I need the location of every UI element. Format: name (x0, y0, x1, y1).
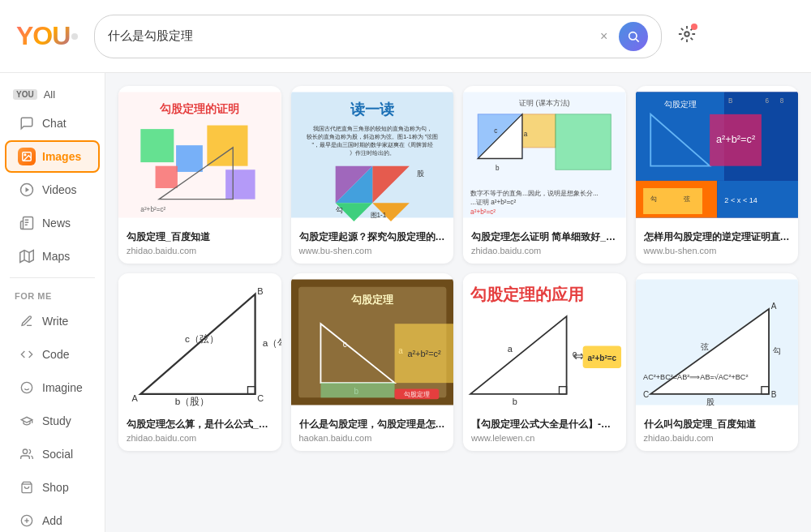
clear-icon[interactable]: × (595, 28, 612, 45)
sidebar-item-all[interactable]: YOU All (0, 83, 105, 106)
svg-rect-89 (320, 383, 394, 397)
you-badge: YOU (13, 89, 37, 100)
card-info-1: 勾股定理_百度知道 zhidao.baidu.com (118, 224, 281, 264)
svg-text:B: B (770, 390, 776, 399)
videos-label: Videos (42, 183, 77, 196)
svg-text:B: B (727, 97, 732, 105)
svg-point-4 (24, 154, 26, 156)
card-title-4: 怎样用勾股定理的逆定理证明直角三角形-证明勾股定理的逆定理 (644, 230, 791, 244)
all-label: All (44, 88, 55, 101)
svg-point-2 (685, 32, 690, 36)
svg-text:...证明 a²+b²=c²: ...证明 a²+b²=c² (470, 199, 516, 206)
image-grid: 勾股定理的证明 a²+b²=c² 勾股定理_百度知道 zhidao.b (118, 86, 798, 451)
svg-text:读一读: 读一读 (350, 101, 394, 118)
svg-text:勾股定理: 勾股定理 (403, 391, 429, 398)
svg-text:b（股）: b（股） (175, 396, 210, 407)
card-image-3: 证明 (课本方法) b a c 数字不等于的直角...因此，说明是想象长分...… (463, 86, 626, 224)
card-info-4: 怎样用勾股定理的逆定理证明直角三角形-证明勾股定理的逆定理 www.bu-she… (636, 224, 799, 264)
card-domain-2: www.bu-shen.com (299, 246, 446, 255)
shop-label: Shop (42, 481, 69, 494)
svg-text:a（勾）: a（勾） (263, 337, 281, 348)
svg-text:a²+b²=c: a²+b²=c (588, 354, 617, 363)
imagine-label: Imagine (42, 381, 83, 394)
news-label: News (42, 217, 71, 230)
sidebar-item-chat[interactable]: Chat (5, 107, 100, 139)
result-card-6[interactable]: 勾股定理 b a c a²+b²=c² 勾股定理 (291, 273, 454, 451)
result-card-2[interactable]: 读一读 我国古代把直角三角形的较短的直角边称为勾， 较长的直角边称为股，斜边称为… (291, 86, 454, 264)
sidebar-item-videos[interactable]: Videos (5, 174, 100, 206)
sidebar-item-write[interactable]: Write (5, 305, 100, 337)
result-card-7[interactable]: 勾股定理的应用 b c a ⇔ a²+b²=c (463, 273, 626, 451)
svg-text:2 < x < 14: 2 < x < 14 (724, 196, 757, 204)
header: YOU × (0, 0, 811, 73)
sidebar-item-news[interactable]: News (5, 207, 100, 239)
sidebar-item-social[interactable]: Social (5, 438, 100, 470)
search-bar: × (94, 15, 662, 58)
sidebar-item-maps[interactable]: Maps (5, 240, 100, 272)
svg-text:AC²+BC²=AB²⟹AB=√AC²+BC²: AC²+BC²=AB²⟹AB=√AC²+BC² (643, 372, 748, 380)
svg-text:C: C (257, 393, 264, 403)
card-domain-6: haokan.baidu.com (299, 433, 446, 443)
sidebar: YOU All Chat Images (0, 73, 105, 532)
social-icon (18, 445, 36, 463)
svg-text:》作注时给出的。: 》作注时给出的。 (350, 149, 395, 157)
svg-text:"，最早是由三国时期的数学家赵爽在《周髀算经: "，最早是由三国时期的数学家赵爽在《周髀算经 (311, 141, 433, 148)
card-domain-3: zhidao.baidu.com (471, 246, 618, 255)
svg-text:a: a (508, 344, 513, 354)
images-label: Images (42, 150, 81, 163)
svg-point-16 (23, 449, 27, 453)
svg-text:⇔: ⇔ (573, 348, 585, 364)
card-info-6: 什么是勾股定理，勾股定理是怎么算出来的，你会了吗_好看视频 haokan.bai… (291, 411, 454, 451)
svg-text:a²+b²=c²: a²+b²=c² (407, 349, 441, 358)
svg-text:勾股定理的证明: 勾股定理的证明 (159, 102, 239, 115)
svg-marker-6 (26, 187, 30, 192)
card-info-8: 什么叫勾股定理_百度知道 zhidao.baidu.com (636, 411, 799, 451)
sidebar-item-shop[interactable]: Shop (5, 471, 100, 504)
svg-text:b: b (513, 397, 517, 406)
result-card-5[interactable]: b（股） a（勾） c（弦） A C B 勾股定理怎么算，是什么公式_百度知道 … (118, 273, 281, 451)
card-domain-7: www.lelewen.cn (471, 433, 618, 443)
svg-text:勾: 勾 (335, 206, 342, 214)
card-title-8: 什么叫勾股定理_百度知道 (644, 418, 791, 431)
card-domain-4: www.bu-shen.com (644, 246, 791, 255)
sidebar-item-images[interactable]: Images (5, 140, 100, 173)
svg-text:b: b (496, 165, 500, 172)
card-title-6: 什么是勾股定理，勾股定理是怎么算出来的，你会了吗_好看视频 (299, 418, 446, 431)
for-me-label: For Me (0, 283, 105, 304)
search-button[interactable] (619, 22, 648, 51)
svg-point-0 (629, 32, 637, 39)
svg-text:证明 (课本方法): 证明 (课本方法) (519, 99, 570, 107)
result-card-3[interactable]: 证明 (课本方法) b a c 数字不等于的直角...因此，说明是想象长分...… (463, 86, 626, 264)
filter-button[interactable] (675, 22, 699, 50)
sidebar-item-add[interactable]: Add (5, 504, 100, 532)
imagine-icon (18, 379, 36, 397)
sidebar-item-code[interactable]: Code (5, 338, 100, 371)
svg-marker-10 (20, 251, 34, 263)
svg-text:数字不等于的直角...因此，说明是想象长分...: 数字不等于的直角...因此，说明是想象长分... (470, 190, 599, 197)
svg-text:勾股定理: 勾股定理 (350, 293, 394, 305)
maps-icon (18, 247, 36, 265)
svg-text:较长的直角边称为股，斜边称为弦。图1-1称为 "弦图: 较长的直角边称为股，斜边称为弦。图1-1称为 "弦图 (307, 133, 438, 140)
chat-label: Chat (42, 117, 67, 130)
svg-text:c: c (494, 127, 497, 135)
add-icon (18, 512, 36, 530)
study-icon (18, 412, 36, 430)
card-image-5: b（股） a（勾） c（弦） A C B (118, 273, 281, 411)
sidebar-item-imagine[interactable]: Imagine (5, 371, 100, 404)
svg-text:B: B (257, 286, 263, 296)
svg-text:8: 8 (779, 97, 783, 105)
search-input[interactable] (108, 29, 589, 43)
result-card-8[interactable]: C B A 股 勾 弦 AC²+BC²=AB²⟹AB=√AC²+BC² 什么叫勾… (636, 273, 799, 451)
videos-icon (18, 181, 36, 199)
sidebar-item-study[interactable]: Study (5, 405, 100, 437)
card-image-2: 读一读 我国古代把直角三角形的较短的直角边称为勾， 较长的直角边称为股，斜边称为… (291, 86, 454, 224)
result-card-4[interactable]: 勾股定理 a²+b²=c² B 6 8 勾 弦 2 (636, 86, 799, 264)
card-info-2: 勾股定理起源？探究勾股定理的起源写一篇议论文 www.bu-shen.com (291, 224, 454, 264)
main-layout: YOU All Chat Images (0, 73, 811, 532)
result-card-1[interactable]: 勾股定理的证明 a²+b²=c² 勾股定理_百度知道 zhidao.b (118, 86, 281, 264)
card-image-6: 勾股定理 b a c a²+b²=c² 勾股定理 (291, 273, 454, 411)
svg-text:勾: 勾 (650, 195, 657, 203)
logo: YOU (16, 21, 78, 51)
svg-text:a²+b²=c²: a²+b²=c² (715, 133, 754, 145)
svg-rect-25 (207, 126, 247, 166)
